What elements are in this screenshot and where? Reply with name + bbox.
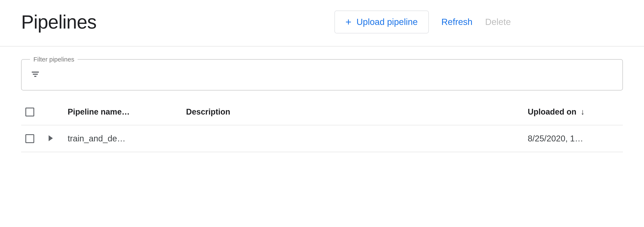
upload-label: Upload pipeline [356, 17, 418, 27]
header-section: Pipelines + Upload pipeline Refresh Dele… [0, 0, 644, 46]
filter-icon [30, 70, 40, 80]
row-checkbox-col [21, 134, 46, 143]
arrow-down-icon: ↓ [580, 107, 584, 116]
plus-icon: + [346, 17, 352, 27]
pipeline-name[interactable]: train_and_de… [68, 134, 126, 143]
row-name-col: train_and_de… [68, 134, 186, 143]
header-actions: + Upload pipeline Refresh Delete [334, 10, 511, 34]
filter-label: Filter pipelines [30, 56, 78, 63]
col-uploaded-header[interactable]: Uploaded on ↓ [528, 107, 623, 116]
uploaded-header-label: Uploaded on [528, 107, 576, 116]
row-expand-col [46, 135, 68, 142]
select-all-checkbox[interactable] [25, 108, 34, 116]
upload-pipeline-button[interactable]: + Upload pipeline [334, 10, 429, 34]
svg-rect-1 [33, 74, 38, 75]
page-title: Pipelines [21, 11, 96, 33]
row-checkbox[interactable] [25, 134, 34, 143]
content-section: Filter pipelines Pipeline name… Descript… [0, 46, 644, 152]
name-header-label: Pipeline name… [68, 107, 130, 116]
svg-rect-2 [34, 76, 36, 77]
refresh-button[interactable]: Refresh [442, 17, 472, 27]
table-row[interactable]: train_and_de… 8/25/2020, 1… [21, 125, 623, 152]
delete-button[interactable]: Delete [485, 17, 511, 27]
col-checkbox-header [21, 108, 46, 116]
col-description-header[interactable]: Description [186, 107, 528, 116]
expand-icon[interactable] [49, 135, 53, 141]
row-uploaded-col: 8/25/2020, 1… [528, 134, 623, 143]
col-name-header[interactable]: Pipeline name… [68, 107, 186, 116]
table-header: Pipeline name… Description Uploaded on ↓ [21, 99, 623, 125]
pipeline-uploaded: 8/25/2020, 1… [528, 134, 583, 143]
filter-box[interactable]: Filter pipelines [21, 59, 623, 90]
description-header-label: Description [186, 107, 230, 116]
svg-rect-0 [32, 72, 39, 73]
